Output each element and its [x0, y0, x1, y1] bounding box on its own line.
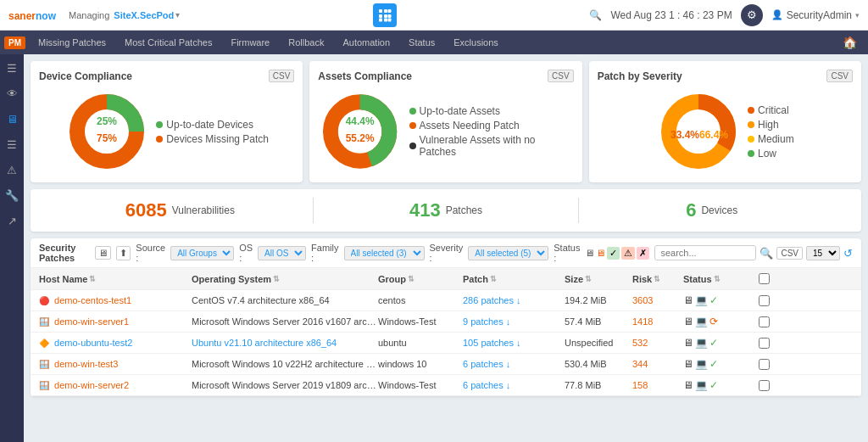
- row-checkbox-4[interactable]: [759, 359, 770, 370]
- nav-status[interactable]: Status: [400, 34, 443, 51]
- cards-row: Device Compliance CSV 25% 75% Up-to-date…: [31, 61, 861, 182]
- hostname-link-2[interactable]: demo-win-server1: [54, 316, 129, 327]
- nav-bar-right: 🏠: [843, 36, 864, 49]
- sidebar-icon-menu[interactable]: ☰: [3, 59, 21, 77]
- status-monitor-icon-3: 🖥: [683, 337, 693, 349]
- row-checkbox-3[interactable]: [759, 338, 770, 349]
- patch-severity-csv[interactable]: CSV: [826, 70, 853, 82]
- th-size[interactable]: Size ⇅: [565, 273, 632, 284]
- status-icon-monitor[interactable]: 🖥: [585, 248, 594, 258]
- device-compliance-csv[interactable]: CSV: [269, 70, 295, 82]
- cell-risk-2[interactable]: 1418: [632, 316, 683, 327]
- cell-risk-4[interactable]: 344: [632, 359, 683, 369]
- cell-os-3[interactable]: Ubuntu v21.10 architecture x86_64: [192, 338, 378, 348]
- th-status[interactable]: Status ⇅: [683, 273, 751, 284]
- legend-critical: Critical: [748, 104, 794, 116]
- main-layout: ☰ 👁 🖥 ☰ ⚠ 🔧 ↗ Device Compliance CSV 25%: [0, 54, 868, 442]
- status-icon-red-box[interactable]: ✗: [637, 247, 649, 260]
- nav-rollback[interactable]: Rollback: [280, 34, 332, 51]
- datetime: Wed Aug 23 1 : 46 : 23 PM: [610, 9, 732, 21]
- nav-automation[interactable]: Automation: [334, 34, 398, 51]
- cell-risk-3[interactable]: 532: [632, 338, 683, 348]
- refresh-button[interactable]: ↺: [843, 247, 853, 260]
- severity-select[interactable]: All selected (5): [468, 246, 548, 260]
- cell-group-3: ubuntu: [378, 338, 463, 348]
- user-menu[interactable]: 👤 SecurityAdmin ▾: [771, 9, 860, 21]
- search-icon[interactable]: 🔍: [589, 9, 602, 21]
- th-hostname[interactable]: Host Name ⇅: [39, 273, 192, 284]
- logo: sanernow: [8, 6, 56, 24]
- cell-group-4: windows 10: [378, 359, 463, 369]
- cell-status-4: 🖥 💻 ✓: [683, 358, 751, 370]
- status-check-icon-4: ✓: [709, 358, 718, 370]
- select-all-checkbox[interactable]: [759, 273, 770, 284]
- patches-label: Patches: [446, 204, 482, 216]
- sidebar-icon-monitor[interactable]: 🖥: [3, 109, 21, 128]
- th-patch[interactable]: Patch ⇅: [463, 273, 565, 284]
- status-check-icon-1: ✓: [709, 294, 718, 306]
- assets-compliance-csv[interactable]: CSV: [548, 70, 574, 82]
- page-size-select[interactable]: 15: [806, 246, 840, 260]
- row-checkbox-2[interactable]: [759, 316, 770, 327]
- svg-text:75%: 75%: [97, 132, 117, 144]
- csv-export-button[interactable]: CSV: [776, 247, 803, 260]
- hostname-link-1[interactable]: demo-centos-test1: [54, 295, 131, 305]
- security-patches-upload-icon[interactable]: ⬆: [116, 246, 131, 260]
- search-input[interactable]: [654, 245, 756, 260]
- status-icon-green-box[interactable]: ✓: [607, 247, 620, 260]
- status-warning-icon-2: ⟳: [709, 316, 718, 327]
- table-row: 🪟 demo-win-server2 Microsoft Windows Ser…: [31, 375, 861, 396]
- cell-patch-3[interactable]: 105 patches ↓: [463, 338, 565, 348]
- sidebar-icon-export[interactable]: ↗: [3, 211, 21, 230]
- cell-risk-5[interactable]: 158: [632, 380, 683, 390]
- status-terminal-icon-4: 💻: [695, 358, 708, 370]
- nav-exclusions[interactable]: Exclusions: [445, 34, 507, 51]
- source-select[interactable]: All Groups: [170, 246, 234, 260]
- grid-icon[interactable]: [373, 3, 397, 27]
- sidebar-icon-list[interactable]: ☰: [3, 135, 21, 154]
- device-compliance-title: Device Compliance CSV: [39, 70, 294, 82]
- legend-vulnerable-no-patches: Vulnerable Assets with no Patches: [409, 134, 574, 158]
- th-risk[interactable]: Risk ⇅: [632, 273, 683, 284]
- site-name[interactable]: SiteX.SecPod: [114, 10, 174, 20]
- cell-patch-4[interactable]: 6 patches ↓: [463, 359, 565, 369]
- home-icon[interactable]: 🏠: [843, 36, 857, 49]
- legend-item-missing: Devices Missing Patch: [156, 133, 269, 145]
- nav-firmware[interactable]: Firmware: [222, 34, 278, 51]
- stats-row: 6085 Vulnerabilities 413 Patches 6 Devic…: [31, 189, 861, 232]
- os-select[interactable]: All OS: [258, 246, 306, 260]
- row-checkbox-1[interactable]: [759, 295, 770, 306]
- cell-checkbox-2: [751, 316, 776, 327]
- patches-count: 413: [409, 199, 441, 221]
- settings-icon[interactable]: ⚙: [741, 4, 763, 26]
- nav-most-critical-patches[interactable]: Most Critical Patches: [116, 34, 220, 51]
- hostname-link-3[interactable]: demo-ubuntu-test2: [54, 338, 132, 348]
- assets-compliance-card: Assets Compliance CSV 44.4% 55.2% Up-to-…: [309, 61, 581, 182]
- vulnerabilities-count: 6085: [125, 199, 167, 221]
- hostname-link-5[interactable]: demo-win-server2: [54, 380, 129, 390]
- cell-patch-1[interactable]: 286 patches ↓: [463, 295, 565, 305]
- nav-bar: PM Missing Patches Most Critical Patches…: [0, 31, 868, 54]
- cell-group-1: centos: [378, 295, 463, 305]
- nav-missing-patches[interactable]: Missing Patches: [30, 34, 114, 51]
- family-select[interactable]: All selected (3): [344, 246, 425, 260]
- th-group[interactable]: Group ⇅: [378, 273, 463, 284]
- hostname-link-4[interactable]: demo-win-test3: [54, 359, 118, 369]
- cell-patch-2[interactable]: 9 patches ↓: [463, 316, 565, 327]
- svg-rect-4: [379, 18, 382, 21]
- sidebar-icon-alert[interactable]: ⚠: [3, 160, 21, 179]
- svg-rect-1: [384, 9, 387, 13]
- sidebar-icon-tools[interactable]: 🔧: [3, 186, 21, 204]
- status-icon-orange-box[interactable]: ⚠: [621, 247, 635, 260]
- security-patches-icon[interactable]: 🖥: [95, 246, 111, 260]
- cell-os-2: Microsoft Windows Server 2016 v1607 arch…: [192, 316, 378, 327]
- cell-risk-1[interactable]: 3603: [632, 295, 683, 305]
- th-os[interactable]: Operating System ⇅: [192, 273, 378, 284]
- search-button[interactable]: 🔍: [760, 247, 773, 260]
- row-checkbox-5[interactable]: [759, 380, 770, 391]
- sidebar-icon-eye[interactable]: 👁: [3, 84, 21, 103]
- status-icon-monitor-orange[interactable]: 🖥: [596, 248, 605, 258]
- patch-severity-legend: Critical High Medium Low: [748, 104, 794, 159]
- cell-patch-5[interactable]: 6 patches ↓: [463, 380, 565, 390]
- content-area: Device Compliance CSV 25% 75% Up-to-date…: [24, 54, 868, 442]
